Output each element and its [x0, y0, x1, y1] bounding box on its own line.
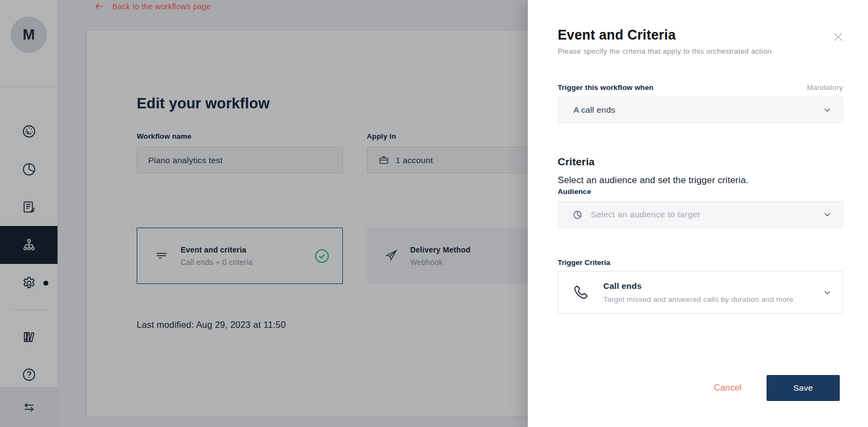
chevron-down-icon: [822, 287, 833, 298]
panel-footer: Cancel Save: [558, 375, 840, 401]
trigger-event-select[interactable]: A call ends: [558, 96, 843, 123]
workflow-editor-app: M: [0, 0, 868, 427]
criteria-description: Select an audience and set the trigger c…: [558, 175, 843, 186]
main-area: M: [0, 0, 528, 427]
chevron-down-icon: [822, 105, 833, 115]
criteria-heading: Criteria: [558, 156, 843, 168]
trigger-criteria-description: Target missed and answered calls by dura…: [603, 295, 794, 303]
trigger-event-value: A call ends: [573, 105, 615, 115]
audience-label: Audience: [558, 187, 843, 196]
audience-pie-icon: [572, 210, 583, 220]
trigger-section: Trigger this workflow when Mandatory A c…: [558, 83, 843, 123]
phone-icon: [572, 284, 589, 301]
panel-title: Event and Criteria: [558, 27, 843, 43]
close-icon[interactable]: [832, 30, 845, 43]
cancel-button[interactable]: Cancel: [714, 383, 742, 393]
audience-select[interactable]: Select an audience to target: [558, 201, 843, 228]
save-button[interactable]: Save: [767, 375, 840, 401]
panel-subtitle: Please specify the criteria that apply t…: [558, 47, 843, 55]
mandatory-badge: Mandatory: [807, 83, 843, 92]
event-criteria-panel: Event and Criteria Please specify the cr…: [528, 0, 868, 427]
trigger-criteria-text: Call ends Target missed and answered cal…: [603, 281, 794, 303]
trigger-criteria-label: Trigger Criteria: [558, 258, 843, 267]
trigger-criteria-title: Call ends: [603, 281, 794, 291]
trigger-criteria-card[interactable]: Call ends Target missed and answered cal…: [558, 271, 843, 314]
trigger-when-label: Trigger this workflow when: [558, 83, 654, 92]
dim-overlay: [0, 0, 528, 427]
chevron-down-icon: [822, 209, 833, 220]
audience-placeholder: Select an audience to target: [591, 210, 700, 219]
